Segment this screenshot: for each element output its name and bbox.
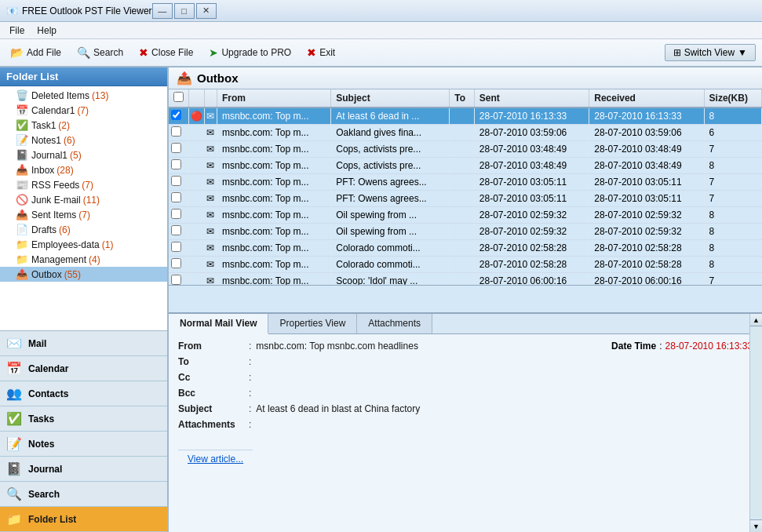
- view-article-link[interactable]: View article...: [178, 450, 253, 471]
- row-size-8: 8: [704, 240, 761, 257]
- table-row[interactable]: ✉ msnbc.com: Top m... Cops, activists pr…: [169, 141, 762, 158]
- upgrade-button[interactable]: ➤ Upgrade to PRO: [202, 43, 298, 62]
- maximize-button[interactable]: □: [174, 3, 195, 19]
- nav-item-tasks[interactable]: ✅Tasks: [0, 406, 167, 432]
- row-size-0: 8: [704, 107, 761, 125]
- select-all-checkbox[interactable]: [173, 92, 184, 102]
- table-row[interactable]: ✉ msnbc.com: Top m... Cops, activists pr…: [169, 158, 762, 174]
- menu-file[interactable]: File: [3, 24, 31, 38]
- folder-count-outbox: (55): [64, 269, 81, 280]
- nav-label-journal: Journal: [28, 464, 62, 475]
- nav-label-search: Search: [28, 489, 60, 500]
- folder-item-drafts[interactable]: 📄Drafts (6): [0, 222, 167, 237]
- col-attach[interactable]: [205, 89, 217, 107]
- folder-name-sent: Sent Items: [31, 210, 76, 220]
- row-received-1: 28-07-2010 03:59:06: [589, 125, 704, 141]
- close-file-button[interactable]: ✖ Close File: [132, 43, 200, 62]
- folder-name-deleted: Deleted Items: [31, 90, 89, 101]
- folder-item-calendar1[interactable]: 📅Calendar1 (7): [0, 103, 167, 118]
- nav-item-search[interactable]: 🔍Search: [0, 482, 167, 507]
- row-checkbox-0[interactable]: [169, 107, 189, 125]
- switch-view-button[interactable]: ⊞ Switch View ▼: [665, 44, 756, 61]
- row-flag-8: [189, 240, 205, 257]
- preview-pane: Normal Mail View Properties View Attachm…: [169, 312, 762, 532]
- col-subject[interactable]: Subject: [331, 89, 450, 107]
- row-checkbox-10[interactable]: [169, 273, 189, 286]
- exit-button[interactable]: ✖ Exit: [300, 43, 342, 62]
- nav-item-mail[interactable]: ✉️Mail: [0, 331, 167, 356]
- nav-icon-folder-list: 📁: [6, 512, 22, 527]
- table-row[interactable]: ✉ msnbc.com: Top m... Oakland gives fina…: [169, 125, 762, 141]
- nav-item-calendar[interactable]: 📅Calendar: [0, 356, 167, 381]
- folder-icon-rss: 📰: [16, 179, 28, 191]
- nav-item-journal[interactable]: 📓Journal: [0, 457, 167, 482]
- row-checkbox-8[interactable]: [169, 240, 189, 257]
- search-button[interactable]: 🔍 Search: [70, 43, 130, 62]
- folder-item-sent[interactable]: 📤Sent Items (7): [0, 207, 167, 222]
- nav-item-notes[interactable]: 📝Notes: [0, 432, 167, 457]
- preview-from-row: From : msnbc.com: Top msnbc.com headline…: [178, 341, 596, 352]
- row-from-1: msnbc.com: Top m...: [217, 125, 331, 141]
- close-button[interactable]: ✕: [196, 3, 217, 19]
- folder-tree[interactable]: 🗑️Deleted Items (13)📅Calendar1 (7)✅Task1…: [0, 86, 167, 330]
- table-row[interactable]: ✉ msnbc.com: Top m... PFT: Owens agrees.…: [169, 174, 762, 191]
- outbox-title: Outbox: [197, 71, 239, 85]
- folder-item-notes1[interactable]: 📝Notes1 (6): [0, 133, 167, 148]
- folder-item-task1[interactable]: ✅Task1 (2): [0, 118, 167, 133]
- table-row[interactable]: ✉ msnbc.com: Top m... Oil spewing from .…: [169, 207, 762, 224]
- nav-item-folder-list[interactable]: 📁Folder List: [0, 507, 167, 532]
- bcc-label: Bcc: [178, 388, 249, 399]
- row-checkbox-4[interactable]: [169, 174, 189, 191]
- folder-item-junk[interactable]: 🚫Junk E-mail (11): [0, 192, 167, 207]
- row-checkbox-7[interactable]: [169, 224, 189, 240]
- row-checkbox-5[interactable]: [169, 191, 189, 207]
- tab-attachments[interactable]: Attachments: [357, 314, 432, 333]
- folder-item-rss[interactable]: 📰RSS Feeds (7): [0, 177, 167, 192]
- folder-name-management: Management: [31, 254, 86, 265]
- row-checkbox-3[interactable]: [169, 158, 189, 174]
- subject-label: Subject: [178, 403, 249, 414]
- folder-count-notes1: (6): [64, 135, 75, 146]
- col-checkbox[interactable]: [169, 89, 189, 107]
- nav-icon-search: 🔍: [6, 486, 22, 501]
- nav-label-notes: Notes: [28, 439, 54, 450]
- table-row[interactable]: ✉ msnbc.com: Top m... Oil spewing from .…: [169, 224, 762, 240]
- folder-item-employees[interactable]: 📁Employees-data (1): [0, 237, 167, 252]
- col-sent[interactable]: Sent: [474, 89, 589, 107]
- row-subject-1: Oakland gives fina...: [331, 125, 450, 141]
- folder-item-management[interactable]: 📁Management (4): [0, 252, 167, 267]
- outbox-icon: 📤: [177, 71, 192, 86]
- col-flag[interactable]: [189, 89, 205, 107]
- preview-cc-row: Cc :: [178, 372, 753, 383]
- tab-properties[interactable]: Properties View: [268, 314, 357, 333]
- nav-item-contacts[interactable]: 👥Contacts: [0, 381, 167, 406]
- col-size[interactable]: Size(KB): [704, 89, 761, 107]
- preview-attachments-row: Attachments :: [178, 419, 753, 430]
- table-row[interactable]: 🔴 ✉ msnbc.com: Top m... At least 6 dead …: [169, 107, 762, 125]
- row-flag-0: 🔴: [189, 107, 205, 125]
- row-checkbox-6[interactable]: [169, 207, 189, 224]
- email-list-wrapper[interactable]: From Subject To Sent Received Size(KB) 🔴…: [169, 89, 762, 286]
- add-file-button[interactable]: 📂 Add File: [3, 43, 68, 62]
- folder-item-outbox[interactable]: 📤Outbox (55): [0, 267, 167, 282]
- table-row[interactable]: ✉ msnbc.com: Top m... Scoop: 'Idol' may …: [169, 273, 762, 286]
- folder-name-outbox: Outbox: [31, 269, 62, 280]
- table-row[interactable]: ✉ msnbc.com: Top m... Colorado commoti..…: [169, 240, 762, 257]
- folder-count-rss: (7): [82, 180, 93, 191]
- row-checkbox-9[interactable]: [169, 257, 189, 273]
- table-row[interactable]: ✉ msnbc.com: Top m... Colorado commoti..…: [169, 257, 762, 273]
- folder-item-deleted[interactable]: 🗑️Deleted Items (13): [0, 88, 167, 103]
- col-from[interactable]: From: [217, 89, 331, 107]
- row-size-1: 6: [704, 125, 761, 141]
- col-received[interactable]: Received: [589, 89, 704, 107]
- folder-item-inbox[interactable]: 📥Inbox (28): [0, 162, 167, 177]
- row-checkbox-1[interactable]: [169, 125, 189, 141]
- menu-help[interactable]: Help: [31, 24, 63, 38]
- col-to[interactable]: To: [450, 89, 475, 107]
- row-checkbox-2[interactable]: [169, 141, 189, 158]
- folder-item-journal1[interactable]: 📓Journal1 (5): [0, 148, 167, 162]
- table-row[interactable]: ✉ msnbc.com: Top m... PFT: Owens agrees.…: [169, 191, 762, 207]
- row-received-8: 28-07-2010 02:58:28: [589, 240, 704, 257]
- tab-normal-mail[interactable]: Normal Mail View: [169, 314, 268, 334]
- minimize-button[interactable]: —: [152, 3, 173, 19]
